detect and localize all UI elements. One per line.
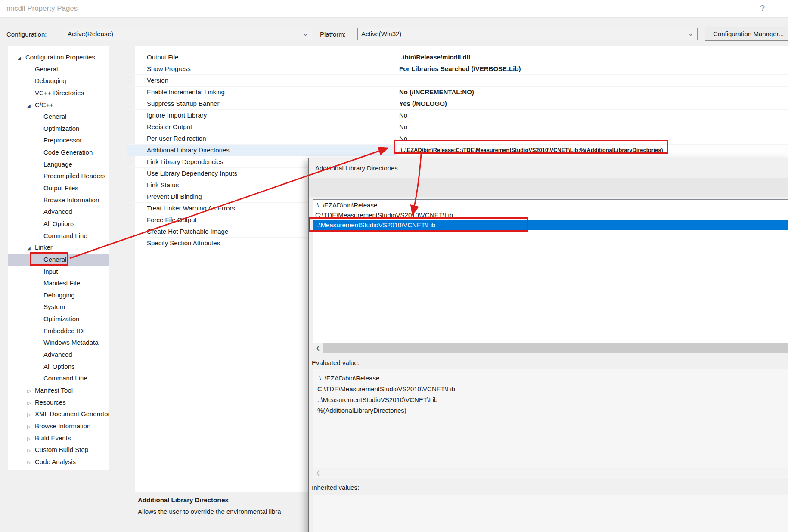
tree-item-label: Advanced — [43, 351, 72, 358]
property-row[interactable]: Version — [127, 75, 788, 87]
tree-collapsed-icon — [27, 421, 35, 433]
help-icon[interactable]: ? — [760, 3, 765, 13]
property-row[interactable]: Register Output No — [127, 121, 788, 133]
scrollbar-thumb[interactable] — [323, 343, 788, 353]
tree-item[interactable]: Configuration Properties — [8, 51, 109, 63]
tree-item[interactable]: General — [8, 111, 109, 123]
tree-collapsed-icon — [27, 433, 35, 445]
tree-item[interactable]: Linker — [8, 241, 109, 254]
property-value[interactable]: No (/INCREMENTAL:NO) — [397, 87, 788, 98]
tree-item[interactable]: Manifest File — [8, 277, 109, 289]
tree-item-label: Advanced — [43, 208, 72, 215]
tree-item-label: Precompiled Headers — [43, 172, 105, 179]
property-value[interactable]: For Libraries Searched (/VERBOSE:Lib) — [397, 63, 788, 74]
tree-item-label: Embedded IDL — [43, 327, 87, 334]
evaluated-lines: .\..\EZAD\bin\ReleaseC:\TDE\MeasurementS… — [317, 373, 788, 416]
tree-item[interactable]: Custom Build Step — [8, 444, 109, 456]
tree-item-label: Code Generation — [43, 148, 93, 156]
additional-library-directories-dialog: Additional Library Directories .\..\EZAD… — [308, 158, 788, 532]
property-row[interactable]: Show Progress For Libraries Searched (/V… — [127, 63, 788, 75]
tree-item[interactable]: All Options — [8, 218, 109, 230]
tree-expanded-icon — [27, 100, 35, 112]
configuration-dropdown-value: Active(Release) — [68, 30, 113, 37]
tree-item[interactable]: Manifest Tool — [8, 384, 109, 396]
tree-item[interactable]: Precompiled Headers — [8, 170, 109, 182]
tree-item[interactable]: Language — [8, 158, 109, 170]
tree-item[interactable]: All Options — [8, 361, 109, 373]
tree-item-label: Input — [43, 268, 58, 275]
tree-item[interactable]: Windows Metadata — [8, 337, 109, 349]
configuration-label: Configuration: — [6, 31, 47, 38]
property-value[interactable]: No — [397, 121, 788, 133]
dialog-toolbar — [309, 178, 788, 197]
directory-list-item[interactable]: .\..\EZAD\bin\Release — [313, 201, 788, 210]
tree-item-label: VC++ Directories — [35, 89, 84, 96]
property-row[interactable]: Suppress Startup Banner Yes (/NOLOGO) — [127, 98, 788, 110]
tree-item[interactable]: Preprocessor — [8, 134, 109, 146]
tree-item[interactable]: Debugging — [8, 75, 109, 87]
property-value[interactable]: No — [397, 110, 788, 121]
tree-item-label: All Options — [43, 363, 75, 370]
tree-item[interactable]: C/C++ — [8, 99, 109, 111]
tree-item[interactable]: General — [8, 63, 109, 75]
dialog-title: Additional Library Directories — [315, 164, 398, 172]
tree-item[interactable]: Advanced — [8, 206, 109, 218]
tree-item[interactable]: Optimization — [8, 123, 109, 135]
tree-item[interactable]: Input — [8, 266, 109, 278]
property-name: Suppress Startup Banner — [127, 98, 397, 109]
evaluated-line: C:\TDE\MeasurementStudioVS2010\VCNET\Lib — [317, 384, 788, 394]
tree-item[interactable]: Command Line — [8, 372, 109, 384]
configuration-manager-button[interactable]: Configuration Manager... — [705, 27, 788, 41]
evaluated-line: %(AdditionalLibraryDirectories) — [317, 405, 788, 416]
tree-item[interactable]: XML Document Generator — [8, 408, 109, 420]
tree-item-label: Configuration Properties — [25, 53, 95, 61]
property-value[interactable]: ..\bin\Release/micdll.dll — [397, 52, 788, 63]
tree-item-label: Manifest Tool — [35, 387, 73, 394]
tree-collapsed-icon — [27, 385, 35, 397]
property-row[interactable]: Enable Incremental Linking No (/INCREMEN… — [127, 87, 788, 98]
tree-item[interactable]: Output Files — [8, 182, 109, 194]
window-title: micdll Property Pages — [6, 4, 78, 13]
property-name: Enable Incremental Linking — [127, 87, 397, 98]
description-text: Allows the user to override the environm… — [138, 508, 309, 515]
tree-item-label: Debugging — [35, 77, 66, 84]
platform-dropdown[interactable]: Active(Win32) ⌄ — [357, 28, 698, 40]
tree-item[interactable]: Optimization — [8, 313, 109, 325]
tree-item[interactable]: System — [8, 301, 109, 313]
tree-item[interactable]: Browse Information — [8, 420, 109, 432]
tree-item[interactable]: Browse Information — [8, 194, 109, 206]
inherited-values-label: Inherited values: — [312, 484, 359, 491]
property-name: Ignore Import Library — [127, 110, 397, 121]
chevron-down-icon: ⌄ — [303, 28, 308, 39]
tree-collapsed-icon — [27, 397, 35, 409]
tree-item[interactable]: Embedded IDL — [8, 325, 109, 337]
tree-collapsed-icon — [27, 409, 35, 421]
tree-item[interactable]: VC++ Directories — [8, 87, 109, 99]
configuration-dropdown[interactable]: Active(Release) ⌄ — [64, 28, 312, 40]
tree-item[interactable]: Debugging — [8, 289, 109, 301]
tree-item[interactable]: Code Generation — [8, 146, 109, 158]
evaluated-value-label: Evaluated value: — [312, 359, 360, 366]
scroll-left-icon[interactable] — [313, 343, 323, 353]
tree-item-label: Preprocessor — [43, 136, 82, 144]
evaluated-line: ..\MeasurementStudioVS2010\VCNET\Lib — [317, 394, 788, 405]
property-value[interactable]: Yes (/NOLOGO) — [397, 98, 788, 109]
tree-item[interactable]: Command Line — [8, 230, 109, 242]
chevron-down-icon: ⌄ — [688, 28, 693, 39]
directories-list-hscrollbar[interactable] — [313, 343, 788, 353]
tree-item[interactable]: Resources — [8, 396, 109, 408]
property-name: Show Progress — [127, 63, 397, 74]
tree-item[interactable]: Advanced — [8, 349, 109, 361]
tree-item-label: Optimization — [43, 125, 79, 132]
tree-item[interactable]: Build Events — [8, 432, 109, 444]
tree-item-label: Optimization — [43, 315, 79, 322]
evaluated-hscrollbar — [313, 468, 788, 477]
property-value[interactable] — [397, 75, 788, 86]
tree-item-label: Command Line — [43, 232, 87, 239]
property-row[interactable]: Output File ..\bin\Release/micdll.dll — [127, 52, 788, 63]
tree-item[interactable]: Code Analysis — [8, 456, 109, 468]
tree-collapsed-icon — [27, 457, 35, 469]
property-row[interactable]: Ignore Import Library No — [127, 110, 788, 121]
property-name: Version — [127, 75, 397, 86]
tree-item-label: General — [35, 65, 58, 73]
